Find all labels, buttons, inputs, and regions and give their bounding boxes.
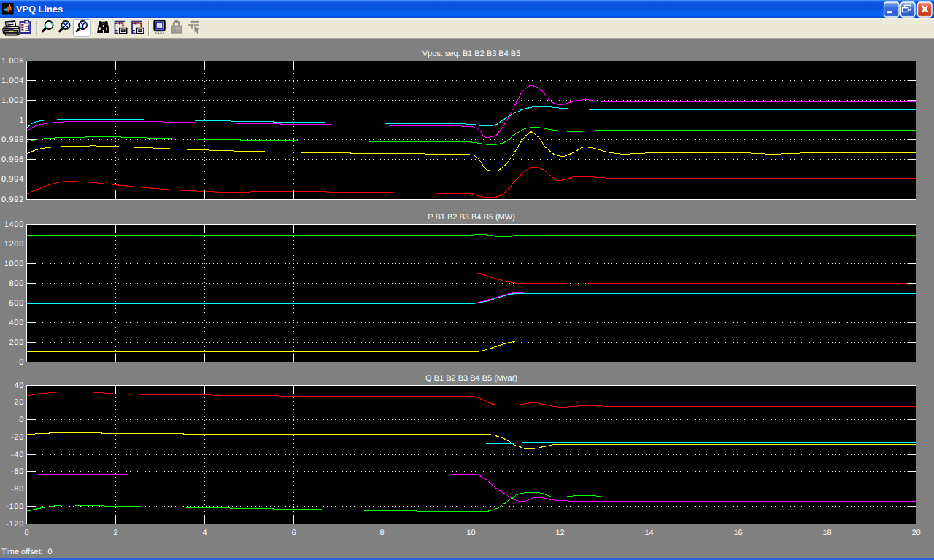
svg-text:18: 18 <box>822 529 831 537</box>
svg-text:1000: 1000 <box>4 260 24 268</box>
svg-text:Vpos. seq. B1 B2 B3 B4 B5: Vpos. seq. B1 B2 B3 B4 B5 <box>422 50 521 58</box>
svg-text:0.994: 0.994 <box>1 175 24 184</box>
svg-text:0.996: 0.996 <box>1 155 24 164</box>
svg-text:8: 8 <box>379 529 384 537</box>
svg-text:600: 600 <box>9 299 24 308</box>
svg-text:0: 0 <box>19 416 24 424</box>
svg-text:0.998: 0.998 <box>1 136 24 144</box>
svg-text:Q B1 B2 B3 B4 B5 (Mvar): Q B1 B2 B3 B4 B5 (Mvar) <box>425 374 517 383</box>
svg-text:-60: -60 <box>11 467 24 476</box>
svg-text:400: 400 <box>9 319 24 327</box>
svg-text:1.006: 1.006 <box>1 57 24 66</box>
svg-text:P B1 B2 B3 B4 B5 (MW): P B1 B2 B3 B4 B5 (MW) <box>428 213 515 222</box>
svg-text:2: 2 <box>113 529 117 537</box>
svg-text:VPQ Lines: VPQ Lines <box>16 4 63 15</box>
svg-text:-100: -100 <box>6 502 24 511</box>
svg-text:40: 40 <box>14 381 24 390</box>
svg-text:0: 0 <box>48 548 53 556</box>
svg-text:-120: -120 <box>6 520 24 529</box>
svg-text:Time offset:: Time offset: <box>1 548 43 556</box>
svg-text:20: 20 <box>14 398 24 407</box>
svg-text:20: 20 <box>911 529 920 537</box>
svg-text:12: 12 <box>555 529 564 537</box>
svg-text:1: 1 <box>19 116 24 125</box>
svg-text:1.004: 1.004 <box>1 77 24 85</box>
svg-text:200: 200 <box>9 338 24 347</box>
svg-text:-80: -80 <box>11 485 24 494</box>
svg-text:0: 0 <box>19 358 24 367</box>
svg-text:800: 800 <box>9 279 24 288</box>
svg-text:16: 16 <box>733 529 742 537</box>
svg-text:-20: -20 <box>11 433 24 442</box>
svg-text:1.002: 1.002 <box>1 96 24 105</box>
svg-text:6: 6 <box>291 529 296 537</box>
svg-text:0.992: 0.992 <box>1 195 24 204</box>
svg-text:14: 14 <box>644 529 653 537</box>
svg-text:-40: -40 <box>11 451 24 459</box>
svg-text:0: 0 <box>24 529 28 537</box>
svg-text:1200: 1200 <box>4 240 24 249</box>
svg-text:4: 4 <box>202 529 207 537</box>
svg-text:10: 10 <box>466 529 475 537</box>
svg-text:1400: 1400 <box>4 220 24 229</box>
